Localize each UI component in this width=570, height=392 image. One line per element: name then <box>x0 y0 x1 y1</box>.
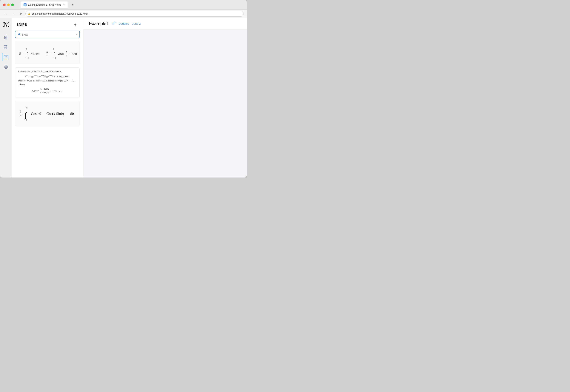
sidebar-item-pdf[interactable]: PDF <box>2 43 10 52</box>
minimize-window-button[interactable] <box>7 3 10 6</box>
edit-icon[interactable] <box>112 21 116 26</box>
forward-button[interactable]: → <box>11 11 16 16</box>
search-input[interactable] <box>22 33 74 36</box>
svg-text:√: √ <box>31 53 32 55</box>
updated-label: Updated <box>119 22 129 25</box>
snip-card-3[interactable]: 1 π ∫ π 0 Cos nθ Cos(x Sinθ) <box>15 101 80 126</box>
title-bar: M Editing Example1 - Snip Notes × + <box>0 0 247 10</box>
sidebar-item-formula[interactable]: Σ <box>2 53 10 61</box>
tab-title: Editing Example1 - Snip Notes <box>28 3 61 6</box>
svg-text:∫: ∫ <box>26 51 28 57</box>
right-header: Example1 Updated June 2 <box>83 18 247 29</box>
svg-text:2Rcos: 2Rcos <box>58 52 64 55</box>
svg-text:Cos nθ: Cos nθ <box>31 112 41 116</box>
add-snip-button[interactable]: + <box>72 22 78 28</box>
tab-close-button[interactable]: × <box>62 3 65 6</box>
main-content: ℳ PDF Σ <box>0 18 247 178</box>
svg-text:S =: S = <box>19 52 24 55</box>
close-window-button[interactable] <box>3 3 6 6</box>
svg-text:4Rsin: 4Rsin <box>72 52 77 55</box>
svg-text:ℳ: ℳ <box>3 21 9 28</box>
maximize-window-button[interactable] <box>11 3 14 6</box>
svg-text:PDF: PDF <box>4 47 7 48</box>
snips-list: S = ∫ 0 0 √ 4R²cos² θ 2 = <box>12 41 83 178</box>
svg-text:∫: ∫ <box>24 111 27 120</box>
sidebar: ℳ PDF Σ <box>0 18 12 178</box>
svg-text:∫: ∫ <box>53 51 55 57</box>
search-clear-button[interactable]: × <box>76 33 77 36</box>
snips-panel: SNIPS + × <box>12 18 83 178</box>
security-lock-icon: 🔒 <box>28 13 30 15</box>
search-icon <box>18 32 21 36</box>
snip-math-svg-3: 1 π ∫ π 0 Cos nθ Cos(x Sinθ) <box>18 104 77 123</box>
refresh-button[interactable]: ↻ <box>18 11 23 16</box>
paper-snip-content: It follows from [3, Section 3.1], that f… <box>15 68 80 98</box>
back-button[interactable]: ← <box>3 11 8 16</box>
sidebar-item-camera[interactable] <box>2 63 10 71</box>
svg-text:π: π <box>20 114 21 117</box>
traffic-lights <box>3 3 14 6</box>
svg-text:0: 0 <box>26 48 27 50</box>
snip-card-1[interactable]: S = ∫ 0 0 √ 4R²cos² θ 2 = <box>15 41 80 64</box>
svg-text:2: 2 <box>66 54 67 57</box>
address-text: snip.mathpix.com/kaitlin/notes/7e8a936e-… <box>32 12 88 15</box>
new-tab-button[interactable]: + <box>70 2 75 7</box>
search-box[interactable]: × <box>15 31 80 38</box>
svg-text:=: = <box>50 52 52 55</box>
logo-icon: ℳ <box>3 21 9 29</box>
svg-text:0: 0 <box>28 57 28 59</box>
right-content-area <box>83 29 247 178</box>
note-title: Example1 <box>89 21 109 26</box>
active-tab[interactable]: M Editing Example1 - Snip Notes × <box>21 1 68 8</box>
app-logo: ℳ <box>2 21 10 29</box>
svg-text:θ: θ <box>46 51 48 54</box>
svg-text:0: 0 <box>25 119 27 121</box>
address-bar[interactable]: 🔒 snip.mathpix.com/kaitlin/notes/7e8a936… <box>25 11 244 17</box>
svg-text:0: 0 <box>55 57 56 59</box>
tab-favicon: M <box>24 3 27 6</box>
svg-text:2: 2 <box>46 54 48 57</box>
svg-text:0: 0 <box>53 48 54 50</box>
snip-image-3: 1 π ∫ π 0 Cos nθ Cos(x Sinθ) <box>15 101 80 126</box>
svg-text:Σ: Σ <box>5 56 7 58</box>
svg-text:θ: θ <box>66 51 67 54</box>
svg-text:π: π <box>26 106 28 109</box>
snips-header: SNIPS + <box>12 18 83 31</box>
snip-image-2: It follows from [3, Section 3.1], that f… <box>15 68 80 98</box>
snip-image-1: S = ∫ 0 0 √ 4R²cos² θ 2 = <box>15 41 80 64</box>
svg-text:dθ: dθ <box>70 112 74 116</box>
snips-title: SNIPS <box>16 23 27 27</box>
right-panel: Example1 Updated June 2 <box>83 18 247 178</box>
sidebar-item-documents[interactable] <box>2 34 10 42</box>
snip-card-2[interactable]: It follows from [3, Section 3.1], that f… <box>15 67 80 98</box>
date-label: June 2 <box>132 22 141 25</box>
svg-text:4R²cos²: 4R²cos² <box>32 52 40 55</box>
svg-text:Cos(x Sinθ): Cos(x Sinθ) <box>46 112 64 116</box>
svg-point-11 <box>18 33 20 35</box>
svg-text:=: = <box>69 52 71 55</box>
nav-bar: ← → ↻ 🔒 snip.mathpix.com/kaitlin/notes/7… <box>0 10 247 18</box>
tab-bar: M Editing Example1 - Snip Notes × + <box>21 1 244 8</box>
svg-text:M: M <box>25 4 26 6</box>
search-container: × <box>12 31 83 41</box>
snip-math-svg-1: S = ∫ 0 0 √ 4R²cos² θ 2 = <box>18 44 77 61</box>
svg-text:1: 1 <box>20 110 21 113</box>
svg-point-10 <box>6 67 6 67</box>
